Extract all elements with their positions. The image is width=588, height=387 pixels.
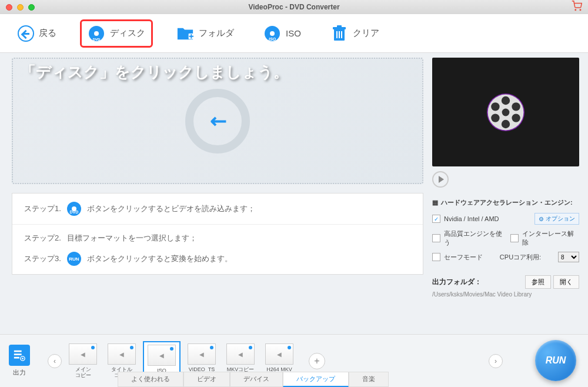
gpu-checkbox[interactable]: ✓: [432, 215, 440, 223]
format-label: メイン コピー: [75, 367, 91, 379]
disc-label: ディスク: [110, 28, 145, 39]
film-reel-icon: [482, 89, 529, 136]
svg-text:DVD: DVD: [93, 38, 101, 41]
open-button[interactable]: 開く: [553, 275, 579, 289]
tab-よく使われる[interactable]: よく使われる: [118, 372, 183, 387]
disc-button[interactable]: DVD ディスク: [80, 19, 153, 48]
iso-button[interactable]: ISO ISO: [258, 21, 307, 46]
annotation-text: 「ディスク」をクリックしましょう。: [21, 62, 289, 82]
svg-point-1: [580, 9, 581, 11]
list-gear-icon: [9, 345, 30, 366]
close-window[interactable]: [6, 4, 12, 11]
run-button[interactable]: RUN: [535, 340, 576, 381]
step2-label: ステップ2.: [24, 233, 61, 243]
gear-icon: ⚙: [539, 216, 544, 222]
preview-panel: [432, 58, 579, 166]
svg-point-28: [22, 358, 24, 359]
maximize-window[interactable]: [28, 4, 35, 11]
right-panel: ▦ ハードウェアアクセラレーション・エンジン: ✓ Nvidia / Intel…: [429, 53, 588, 334]
cursor-arrow-icon: ↖: [203, 106, 232, 135]
svg-rect-24: [14, 351, 22, 352]
folder-button[interactable]: フォルダ: [171, 21, 240, 46]
bottom-bar: 出力 ‹ メイン コピータイトル コピーISOVIDEO_TSMKVコピーH26…: [0, 334, 588, 387]
titlebar: VideoProc - DVD Converter: [0, 0, 588, 14]
clear-label: クリア: [353, 28, 379, 39]
steps-box: ステップ1. DVD ボタンをクリックするとビデオを読み込みます； ステップ2.…: [12, 193, 423, 275]
format-thumb-icon: [188, 343, 216, 365]
hw-title: ▦ ハードウェアアクセラレーション・エンジン:: [432, 198, 579, 207]
svg-text:ISO: ISO: [269, 37, 276, 41]
svg-point-3: [94, 31, 99, 36]
back-label: 戻る: [39, 28, 56, 39]
hw-accel-panel: ▦ ハードウェアアクセラレーション・エンジン: ✓ Nvidia / Intel…: [432, 198, 579, 267]
format-thumb-icon: [265, 343, 293, 365]
format-thumb-icon: [69, 343, 97, 365]
back-button[interactable]: 戻る: [12, 22, 62, 45]
tab-バックアップ[interactable]: バックアップ: [283, 372, 349, 387]
chip-icon: ▦: [432, 199, 438, 206]
drop-circle-icon: ↖: [185, 89, 250, 154]
safe-checkbox[interactable]: [432, 253, 440, 261]
hq-checkbox[interactable]: [432, 234, 440, 242]
svg-point-20: [491, 102, 499, 111]
left-panel: 「ディスク」をクリックしましょう。 ↖ ステップ1. DVD ボタンをクリックす…: [0, 53, 429, 334]
svg-rect-26: [14, 357, 19, 359]
run-icon: RUN: [67, 252, 81, 266]
hw-safe-row: セーフモード CPUコア利用: 8: [432, 252, 579, 262]
add-format-button[interactable]: +: [309, 353, 325, 369]
carousel-next[interactable]: ›: [489, 354, 503, 368]
svg-rect-25: [14, 353, 22, 355]
output-folder-row: 出力フォルダ： 参照 開く: [432, 275, 579, 289]
iso-label: ISO: [286, 28, 301, 38]
step1-label: ステップ1.: [24, 203, 61, 214]
toolbar: 戻る DVD ディスク フォルダ ISO ISO クリア: [0, 14, 588, 53]
tab-ビデオ[interactable]: ビデオ: [183, 372, 230, 387]
trash-icon: [330, 25, 348, 42]
svg-point-7: [270, 31, 275, 36]
deint-label: インターレース解除: [522, 229, 579, 247]
hq-label: 高品質エンジンを使う: [444, 229, 507, 247]
format-thumb-icon: [108, 343, 136, 365]
clear-button[interactable]: クリア: [325, 21, 385, 46]
category-tabs: よく使われるビデオデバイスバックアップ音楽: [118, 372, 389, 387]
main-area: 「ディスク」をクリックしましょう。 ↖ ステップ1. DVD ボタンをクリックす…: [0, 53, 588, 334]
option-button[interactable]: ⚙オプション: [534, 213, 579, 225]
svg-point-18: [502, 96, 510, 104]
step3-text: ボタンをクリックすると変換を始めます。: [87, 253, 232, 264]
output-path: /Users/ksks/Movies/Mac Video Library: [432, 291, 579, 298]
format-item-メイン-コピー[interactable]: メイン コピー: [65, 341, 101, 381]
safe-label: セーフモード: [444, 253, 483, 262]
svg-rect-11: [337, 25, 342, 28]
folder-label: フォルダ: [199, 28, 234, 39]
window-controls: [6, 4, 35, 11]
tab-デバイス[interactable]: デバイス: [230, 372, 283, 387]
output-settings-button[interactable]: 出力: [9, 345, 30, 377]
minimize-window[interactable]: [17, 4, 24, 11]
step3-label: ステップ3.: [24, 253, 61, 264]
cart-icon[interactable]: [572, 1, 582, 14]
step1-text: ボタンをクリックするとビデオを読み込みます；: [87, 203, 255, 214]
cpu-select[interactable]: 8: [558, 252, 579, 262]
format-thumb-icon: [148, 345, 176, 366]
svg-point-19: [502, 119, 510, 128]
step-1: ステップ1. DVD ボタンをクリックするとビデオを読み込みます；: [12, 194, 423, 225]
folder-icon: [176, 25, 194, 42]
cpu-label: CPUコア利用:: [500, 253, 541, 262]
hw-hq-row: 高品質エンジンを使う インターレース解除: [432, 229, 579, 247]
svg-point-0: [575, 9, 576, 11]
play-button[interactable]: [432, 171, 449, 188]
svg-point-21: [512, 102, 520, 111]
format-thumb-icon: [226, 343, 255, 365]
carousel-prev[interactable]: ‹: [48, 354, 62, 368]
hw-gpu-row: ✓ Nvidia / Intel / AMD ⚙オプション: [432, 213, 579, 225]
browse-button[interactable]: 参照: [525, 275, 551, 289]
deint-checkbox[interactable]: [510, 234, 519, 242]
step2-text: 目標フォーマットを一つ選択します；: [67, 233, 197, 243]
step-3: ステップ3. RUN ボタンをクリックすると変換を始めます。: [12, 252, 423, 274]
output-settings-label: 出力: [13, 368, 26, 377]
svg-point-23: [512, 114, 520, 122]
dvd-icon: DVD: [67, 202, 81, 216]
tab-音楽[interactable]: 音楽: [349, 372, 389, 387]
svg-point-17: [502, 108, 510, 116]
gpu-label: Nvidia / Intel / AMD: [444, 215, 499, 222]
